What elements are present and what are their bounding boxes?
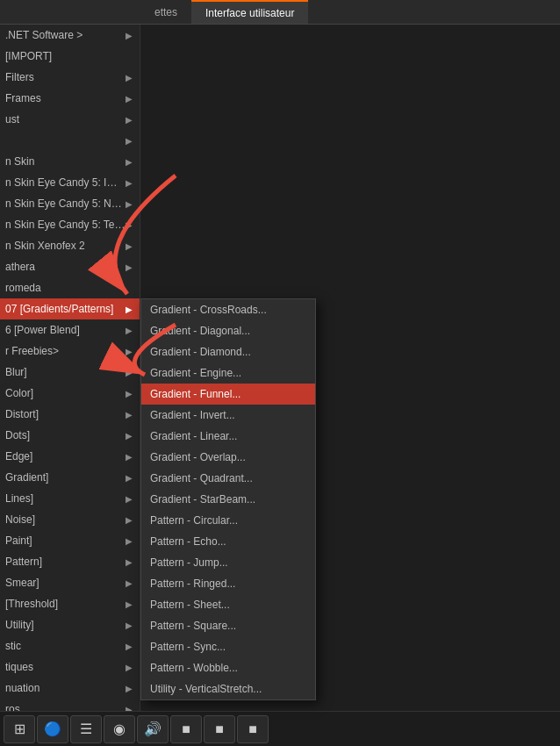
submenu-arrow-icon-25: ▶ [126,557,133,567]
submenu-item-label-13: Pattern - Ringed... [150,577,235,590]
sidebar-item-12[interactable]: romeda [0,277,140,298]
sidebar-item-20[interactable]: Edge]▶ [0,446,140,467]
submenu-item-18[interactable]: Utility - VerticalStretch... [141,678,315,699]
submenu-arrow-icon-15: ▶ [126,347,133,356]
sidebar-item-31[interactable]: nuation▶ [0,678,140,699]
taskbar-button-3[interactable]: ◉ [104,715,135,743]
sidebar-item-3[interactable]: Frames▶ [0,88,140,109]
taskbar-button-1[interactable]: 🔵 [37,715,68,743]
taskbar-button-6[interactable]: ■ [204,715,235,743]
sidebar-item-4[interactable]: ust▶ [0,109,140,130]
submenu-item-8[interactable]: Gradient - Quadrant... [141,468,315,489]
sidebar-item-label-26: Smear] [5,577,39,589]
submenu-item-label-6: Gradient - Linear... [150,430,237,442]
sidebar-item-29[interactable]: stic▶ [0,635,140,656]
sidebar-item-15[interactable]: r Freebies>▶ [0,341,140,362]
submenu-item-17[interactable]: Pattern - Wobble... [141,657,315,678]
taskbar-button-0[interactable]: ⊞ [4,715,35,743]
sidebar-item-9[interactable]: n Skin Eye Candy 5: Textures▶ [0,214,140,235]
submenu-arrow-icon-27: ▶ [126,599,133,609]
submenu-item-12[interactable]: Pattern - Jump... [141,552,315,573]
submenu-item-5[interactable]: Gradient - Invert... [141,405,315,426]
submenu-arrow-icon-24: ▶ [126,536,133,546]
submenu-item-label-4: Gradient - Funnel... [150,388,241,400]
submenu-item-label-8: Gradient - Quadrant... [150,472,253,484]
submenu-arrow-icon-14: ▶ [126,326,133,335]
sidebar-item-13[interactable]: 07 [Gradients/Patterns]▶ [0,298,140,319]
submenu-item-label-17: Pattern - Wobble... [150,662,238,674]
sidebar: .NET Software >▶[IMPORT]Filters▶Frames▶u… [0,25,140,746]
submenu-item-11[interactable]: Pattern - Echo... [141,531,315,552]
taskbar-button-4[interactable]: 🔊 [137,715,169,743]
sidebar-item-label-19: Dots] [5,429,30,441]
sidebar-item-label-6: n Skin [5,155,34,168]
taskbar-button-7[interactable]: ■ [237,715,269,743]
sidebar-item-label-28: Utility] [5,619,34,631]
submenu-arrow-icon-20: ▶ [126,452,133,462]
submenu-item-10[interactable]: Pattern - Circular... [141,510,315,531]
sidebar-item-label-16: Blur] [5,366,27,378]
taskbar-button-2[interactable]: ☰ [70,715,102,743]
tab-ettes[interactable]: ettes [140,0,191,24]
sidebar-item-21[interactable]: Gradient]▶ [0,467,140,488]
taskbar-button-5[interactable]: ■ [170,715,202,743]
submenu-item-label-7: Gradient - Overlap... [150,451,246,463]
submenu-item-16[interactable]: Pattern - Sync... [141,636,315,657]
submenu-arrow-icon-17: ▶ [126,389,133,398]
sidebar-item-10[interactable]: n Skin Xenofex 2▶ [0,235,140,256]
submenu-arrow-icon-0: ▶ [126,31,133,40]
sidebar-item-label-4: ust [5,113,19,126]
sidebar-item-18[interactable]: Distort]▶ [0,404,140,425]
submenu-item-14[interactable]: Pattern - Sheet... [141,594,315,615]
submenu-item-4[interactable]: Gradient - Funnel... [141,384,315,405]
submenu-item-1[interactable]: Gradient - Diagonal... [141,320,315,341]
sidebar-item-label-9: n Skin Eye Candy 5: Textures [5,219,126,231]
submenu-item-7[interactable]: Gradient - Overlap... [141,447,315,468]
sidebar-item-8[interactable]: n Skin Eye Candy 5: Nature▶ [0,193,140,214]
submenu-item-label-18: Utility - VerticalStretch... [150,683,262,695]
sidebar-item-24[interactable]: Paint]▶ [0,530,140,551]
submenu-item-label-2: Gradient - Diamond... [150,346,251,358]
sidebar-item-2[interactable]: Filters▶ [0,67,140,88]
submenu-item-2[interactable]: Gradient - Diamond... [141,341,315,362]
submenu-item-label-12: Pattern - Jump... [150,556,228,569]
sidebar-item-5[interactable]: ▶ [0,130,140,151]
submenu-arrow-icon-10: ▶ [126,241,133,251]
sidebar-item-27[interactable]: [Threshold]▶ [0,593,140,614]
sidebar-item-0[interactable]: .NET Software >▶ [0,25,140,46]
sidebar-item-28[interactable]: Utility]▶ [0,614,140,635]
sidebar-item-30[interactable]: tiques▶ [0,656,140,678]
submenu-item-label-15: Pattern - Square... [150,620,236,632]
sidebar-item-17[interactable]: Color]▶ [0,383,140,404]
submenu-item-0[interactable]: Gradient - CrossRoads... [141,299,315,320]
submenu-item-3[interactable]: Gradient - Engine... [141,362,315,384]
sidebar-item-19[interactable]: Dots]▶ [0,425,140,446]
sidebar-item-11[interactable]: athera▶ [0,256,140,277]
submenu-item-15[interactable]: Pattern - Square... [141,615,315,636]
submenu-arrow-icon-2: ▶ [126,73,133,82]
sidebar-item-label-22: Lines] [5,492,33,505]
sidebar-item-6[interactable]: n Skin▶ [0,151,140,172]
sidebar-item-16[interactable]: Blur]▶ [0,362,140,383]
sidebar-item-26[interactable]: Smear]▶ [0,572,140,593]
submenu-arrow-icon-8: ▶ [126,199,133,209]
sidebar-item-22[interactable]: Lines]▶ [0,488,140,509]
sidebar-item-label-0: .NET Software > [5,29,83,41]
submenu-arrow-icon-28: ▶ [126,620,133,630]
sidebar-item-23[interactable]: Noise]▶ [0,509,140,530]
sidebar-item-label-12: romeda [5,282,41,294]
sidebar-item-25[interactable]: Pattern]▶ [0,551,140,572]
submenu: Gradient - CrossRoads...Gradient - Diago… [140,298,316,700]
sidebar-item-7[interactable]: n Skin Eye Candy 5: Impact▶ [0,172,140,193]
submenu-item-13[interactable]: Pattern - Ringed... [141,573,315,594]
sidebar-item-14[interactable]: 6 [Power Blend]▶ [0,319,140,341]
sidebar-item-1[interactable]: [IMPORT] [0,46,140,67]
sidebar-item-label-24: Paint] [5,534,32,547]
submenu-item-6[interactable]: Gradient - Linear... [141,426,315,447]
submenu-item-9[interactable]: Gradient - StarBeam... [141,489,315,510]
submenu-arrow-icon-18: ▶ [126,410,133,420]
submenu-arrow-icon-5: ▶ [126,136,133,146]
tab-interface[interactable]: Interface utilisateur [191,0,308,24]
submenu-item-label-16: Pattern - Sync... [150,641,226,653]
sidebar-item-label-18: Distort] [5,408,39,420]
